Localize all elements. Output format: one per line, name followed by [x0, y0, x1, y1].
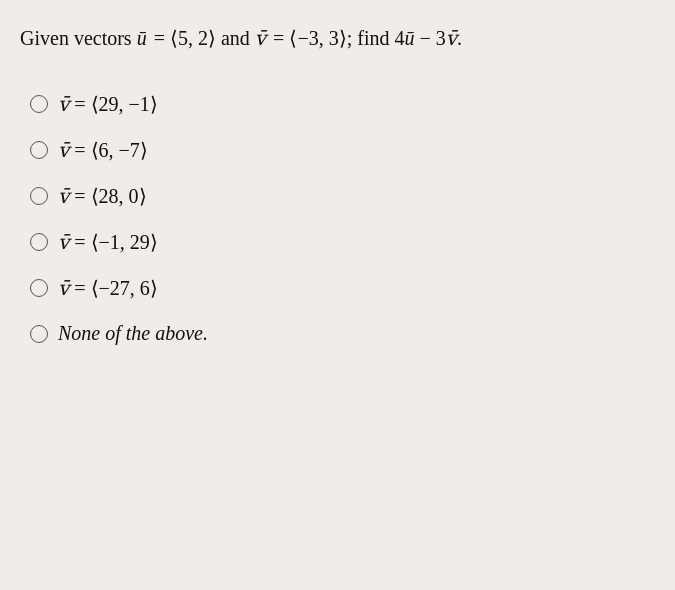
option-5-label: v̄ = ⟨−27, 6⟩ [58, 276, 158, 300]
option-4-label: v̄ = ⟨−1, 29⟩ [58, 230, 158, 254]
option-3[interactable]: v̄ = ⟨28, 0⟩ [30, 176, 655, 216]
question-text: Given vectors ū = ⟨5, 2⟩ and v̄ = ⟨−3, 3… [20, 22, 655, 54]
option-4[interactable]: v̄ = ⟨−1, 29⟩ [30, 222, 655, 262]
options-list: v̄ = ⟨29, −1⟩ v̄ = ⟨6, −7⟩ v̄ = ⟨28, 0⟩ … [20, 84, 655, 353]
option-5[interactable]: v̄ = ⟨−27, 6⟩ [30, 268, 655, 308]
option-6[interactable]: None of the above. [30, 314, 655, 353]
radio-6[interactable] [30, 325, 48, 343]
radio-1[interactable] [30, 95, 48, 113]
radio-3[interactable] [30, 187, 48, 205]
radio-5[interactable] [30, 279, 48, 297]
radio-4[interactable] [30, 233, 48, 251]
option-3-label: v̄ = ⟨28, 0⟩ [58, 184, 147, 208]
option-6-label: None of the above. [58, 322, 208, 345]
radio-2[interactable] [30, 141, 48, 159]
option-1-label: v̄ = ⟨29, −1⟩ [58, 92, 158, 116]
option-1[interactable]: v̄ = ⟨29, −1⟩ [30, 84, 655, 124]
option-2-label: v̄ = ⟨6, −7⟩ [58, 138, 148, 162]
option-2[interactable]: v̄ = ⟨6, −7⟩ [30, 130, 655, 170]
